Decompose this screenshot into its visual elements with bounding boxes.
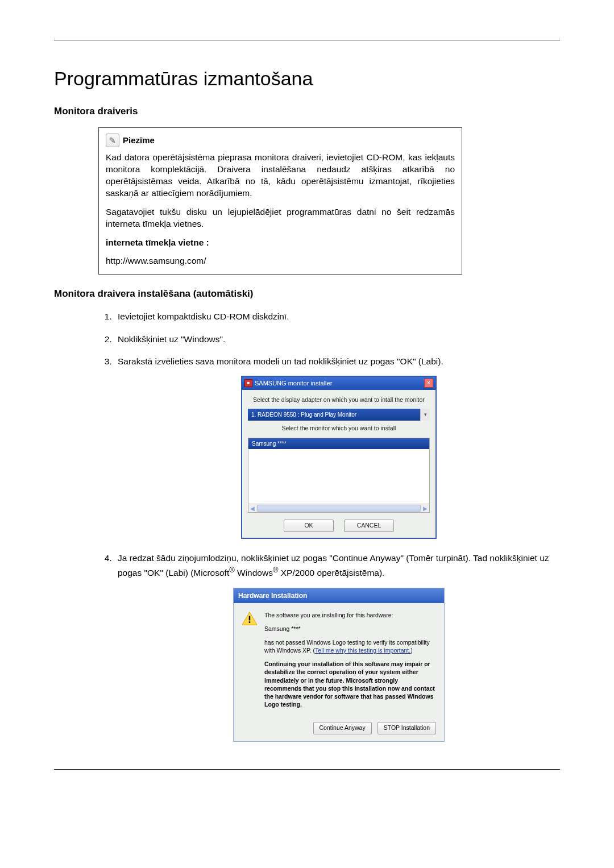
step-3-text: Sarakstā izvēlieties sava monitora model… — [118, 356, 443, 366]
installer-app-icon: ■ — [244, 379, 252, 387]
svg-rect-1 — [249, 616, 250, 620]
ok-button[interactable]: OK — [284, 520, 334, 532]
registered-mark-1: ® — [229, 566, 235, 574]
stop-installation-button[interactable]: STOP Installation — [377, 722, 436, 734]
installer-title-text: SAMSUNG monitor installer — [255, 379, 332, 388]
step-1: Ievietojiet kompaktdisku CD-ROM diskdzin… — [114, 310, 560, 323]
hw-text-logo-b: ) — [410, 647, 413, 654]
continue-anyway-button[interactable]: Continue Anyway — [313, 722, 372, 734]
step-4-text-b: Windows — [235, 568, 273, 578]
hw-text-logo: has not passed Windows Logo testing to v… — [264, 638, 436, 654]
installer-dialog: ■ SAMSUNG monitor installer × Select the… — [241, 376, 437, 539]
hw-text-intro: The software you are installing for this… — [264, 611, 436, 619]
close-icon[interactable]: × — [424, 379, 433, 388]
hardware-install-title: Hardware Installation — [234, 588, 444, 603]
step-4-text-c: XP/2000 operētājsistēma). — [278, 568, 384, 578]
step-2: Noklikšķiniet uz "Windows". — [114, 333, 560, 346]
scroll-right-icon[interactable]: ▶ — [421, 504, 429, 512]
page-title: Programmatūras izmantošana — [54, 68, 560, 90]
monitor-list-selected[interactable]: Samsung **** — [248, 438, 429, 449]
scroll-left-icon[interactable]: ◀ — [248, 504, 256, 512]
chevron-down-icon[interactable]: ▾ — [420, 409, 430, 421]
hardware-install-dialog: Hardware Installation The software you a… — [233, 588, 445, 742]
steps-list: Ievietojiet kompaktdisku CD-ROM diskdzin… — [98, 310, 560, 742]
monitor-listbox[interactable]: Samsung **** ◀ ▶ — [248, 438, 430, 513]
installer-instruction-adapter: Select the display adapter on which you … — [248, 396, 430, 405]
svg-rect-2 — [249, 621, 250, 623]
adapter-dropdown-value: 1. RADEON 9550 : Plug and Play Monitor — [248, 409, 420, 421]
note-label: Piezīme — [123, 135, 155, 146]
horizontal-scrollbar[interactable]: ◀ ▶ — [248, 504, 429, 512]
warning-icon — [242, 611, 258, 626]
scroll-thumb[interactable] — [257, 505, 421, 512]
logo-testing-link[interactable]: Tell me why this testing is important. — [315, 647, 410, 654]
note-paragraph-2: Sagatavojiet tukšu disku un lejupielādēj… — [106, 206, 455, 230]
section-heading-monitor-driver: Monitora draiveris — [54, 106, 560, 117]
installer-titlebar: ■ SAMSUNG monitor installer × — [242, 377, 435, 390]
section-heading-auto-install: Monitora draivera instalēšana (automātis… — [54, 288, 560, 300]
registered-mark-2: ® — [273, 566, 279, 574]
installer-instruction-monitor: Select the monitor which you want to ins… — [248, 424, 430, 433]
note-paragraph-1: Kad datora operētājsistēma pieprasa moni… — [106, 152, 455, 200]
note-site-label: interneta tīmekļa vietne : — [106, 237, 455, 249]
top-divider — [54, 40, 560, 40]
samsung-url-link[interactable]: http://www.samsung.com/ — [106, 256, 206, 265]
adapter-dropdown[interactable]: 1. RADEON 9550 : Plug and Play Monitor ▾ — [248, 409, 430, 421]
step-4: Ja redzat šādu ziņojumlodziņu, noklikšķi… — [114, 551, 560, 742]
cancel-button[interactable]: CANCEL — [344, 520, 394, 532]
note-icon: ✎ — [106, 134, 119, 147]
hw-device-name: Samsung **** — [264, 625, 436, 633]
hw-text-warning: Continuing your installation of this sof… — [264, 660, 436, 708]
note-box: ✎ Piezīme Kad datora operētājsistēma pie… — [98, 127, 462, 275]
bottom-divider — [54, 769, 560, 770]
step-3: Sarakstā izvēlieties sava monitora model… — [114, 355, 560, 539]
